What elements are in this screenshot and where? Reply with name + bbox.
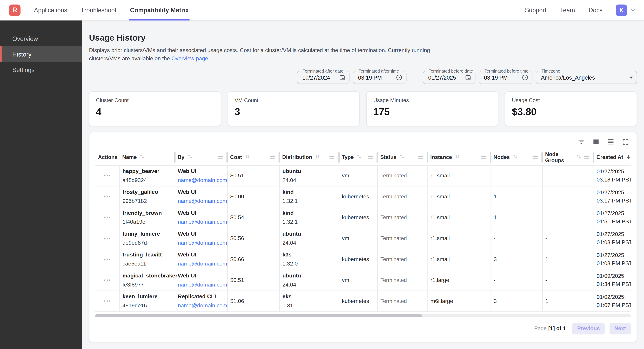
row-actions-button[interactable] — [98, 196, 116, 197]
nav-item-team[interactable]: Team — [560, 0, 575, 20]
row-actions-button[interactable] — [98, 238, 116, 239]
nav-item-applications[interactable]: Applications — [34, 0, 67, 20]
next-page-button[interactable]: Next — [610, 323, 631, 334]
stat-value: 3 — [235, 106, 353, 118]
sort-icon[interactable] — [576, 154, 582, 161]
creator-email-link[interactable]: name@domain.com — [178, 281, 227, 288]
stat-label: Usage Minutes — [373, 97, 491, 103]
column-separator[interactable] — [376, 152, 378, 163]
column-header-distribution[interactable]: Distribution — [279, 150, 339, 165]
creator-email-link[interactable]: name@domain.com — [178, 198, 227, 204]
column-header-by[interactable]: By — [175, 150, 227, 165]
user-menu[interactable]: K — [616, 4, 636, 16]
sidebar-item-overview[interactable]: Overview — [0, 31, 82, 46]
drag-handle-icon[interactable] — [368, 156, 373, 159]
row-actions-button[interactable] — [98, 217, 116, 218]
column-separator[interactable] — [226, 152, 228, 163]
drag-handle-icon[interactable] — [270, 156, 275, 159]
created-by-source: Replicated CLI — [178, 292, 224, 301]
drag-handle-icon[interactable] — [481, 156, 486, 159]
drag-handle-icon[interactable] — [329, 156, 334, 159]
sort-icon[interactable] — [315, 154, 320, 161]
column-separator[interactable] — [278, 152, 280, 163]
sidebar-item-settings[interactable]: Settings — [0, 62, 82, 77]
distribution-name: ubuntu — [282, 272, 336, 280]
creator-email-link[interactable]: name@domain.com — [178, 302, 227, 308]
sort-icon[interactable] — [454, 154, 460, 161]
sorted-desc-icon[interactable] — [626, 153, 631, 161]
nav-item-compatibility-matrix[interactable]: Compatibility Matrix — [130, 0, 189, 20]
terminated-after-date-field[interactable]: Terminated after date 10/27/2024 — [297, 71, 350, 84]
sort-icon[interactable] — [399, 154, 405, 161]
cell-name: keen_lumiere 4819de16 — [119, 291, 175, 312]
row-actions-button[interactable] — [98, 279, 116, 281]
columns-button[interactable] — [592, 138, 600, 147]
terminated-before-date-field[interactable]: Terminated before date 01/27/2025 — [423, 71, 475, 84]
distribution-name: kind — [282, 209, 336, 217]
distribution-name: eks — [282, 292, 336, 301]
column-separator[interactable] — [426, 152, 428, 163]
distribution-name: k3s — [282, 251, 336, 259]
cell-name: trusting_leavitt cae5ea11 — [119, 249, 175, 270]
field-label: Terminated before date — [427, 68, 474, 73]
created-date: 01/27/2025 — [597, 230, 631, 238]
calendar-icon[interactable] — [339, 74, 345, 81]
creator-email-link[interactable]: name@domain.com — [178, 240, 227, 246]
replicated-logo[interactable]: R — [9, 4, 20, 16]
column-separator[interactable] — [338, 152, 340, 163]
sort-icon[interactable] — [512, 154, 518, 161]
nav-item-docs[interactable]: Docs — [588, 0, 603, 20]
column-header-node-groups[interactable]: Node Groups — [542, 150, 594, 165]
row-actions-button[interactable] — [98, 175, 116, 176]
overview-page-link[interactable]: Overview page — [172, 55, 208, 61]
nav-item-label: Compatibility Matrix — [130, 6, 189, 13]
timezone-select[interactable]: Timezone America/Los_Angeles — [536, 71, 637, 84]
previous-page-button[interactable]: Previous — [572, 323, 605, 334]
column-header-created-at[interactable]: Created At — [594, 150, 631, 165]
stat-label: VM Count — [235, 97, 353, 103]
column-separator[interactable] — [542, 152, 543, 163]
page-description-line1: Displays prior clusters/VMs and their as… — [89, 46, 637, 54]
fullscreen-button[interactable] — [621, 138, 630, 147]
sort-icon[interactable] — [356, 154, 362, 161]
created-by-source: Web UI — [178, 209, 224, 217]
nav-item-troubleshoot[interactable]: Troubleshoot — [81, 0, 116, 20]
distribution-version: 24.04 — [282, 176, 336, 184]
terminated-before-time-field[interactable]: Terminated before time 03:19 PM — [479, 71, 532, 84]
nav-item-support[interactable]: Support — [525, 0, 546, 20]
cell-instance: r1.small — [428, 207, 491, 228]
main-content: Usage History Displays prior clusters/VM… — [82, 20, 644, 349]
cluster-id: de9ed87d — [122, 239, 172, 247]
horizontal-scrollbar-thumb[interactable] — [95, 314, 422, 317]
sidebar-item-history[interactable]: History — [0, 46, 82, 62]
column-separator[interactable] — [490, 152, 492, 163]
column-header-type[interactable]: Type — [339, 150, 378, 165]
column-header-status[interactable]: Status — [378, 150, 428, 165]
drag-handle-icon[interactable] — [584, 156, 589, 159]
clock-icon[interactable] — [522, 74, 528, 81]
column-header-cost[interactable]: Cost — [227, 150, 280, 165]
creator-email-link[interactable]: name@domain.com — [178, 260, 227, 267]
calendar-icon[interactable] — [465, 74, 471, 81]
cell-nodes: 3 — [490, 249, 542, 270]
sort-icon[interactable] — [187, 154, 193, 161]
row-actions-button[interactable] — [98, 259, 116, 260]
drag-handle-icon[interactable] — [533, 156, 538, 159]
clock-icon[interactable] — [396, 74, 402, 81]
sort-icon[interactable] — [244, 154, 250, 161]
density-button[interactable] — [606, 138, 615, 147]
column-separator[interactable] — [174, 152, 176, 163]
row-actions-button[interactable] — [98, 300, 116, 302]
terminated-after-time-field[interactable]: Terminated after time 03:19 PM — [353, 71, 406, 84]
avatar[interactable]: K — [616, 4, 627, 16]
drag-handle-icon[interactable] — [218, 156, 223, 159]
column-header-name[interactable]: Name — [119, 150, 175, 165]
filter-button[interactable] — [577, 138, 586, 147]
creator-email-link[interactable]: name@domain.com — [178, 177, 227, 183]
drag-handle-icon[interactable] — [418, 156, 423, 159]
sort-icon[interactable] — [139, 154, 145, 161]
column-header-nodes[interactable]: Nodes — [490, 150, 542, 165]
column-separator[interactable] — [593, 152, 594, 163]
creator-email-link[interactable]: name@domain.com — [178, 219, 227, 225]
column-header-instance[interactable]: Instance — [428, 150, 491, 165]
